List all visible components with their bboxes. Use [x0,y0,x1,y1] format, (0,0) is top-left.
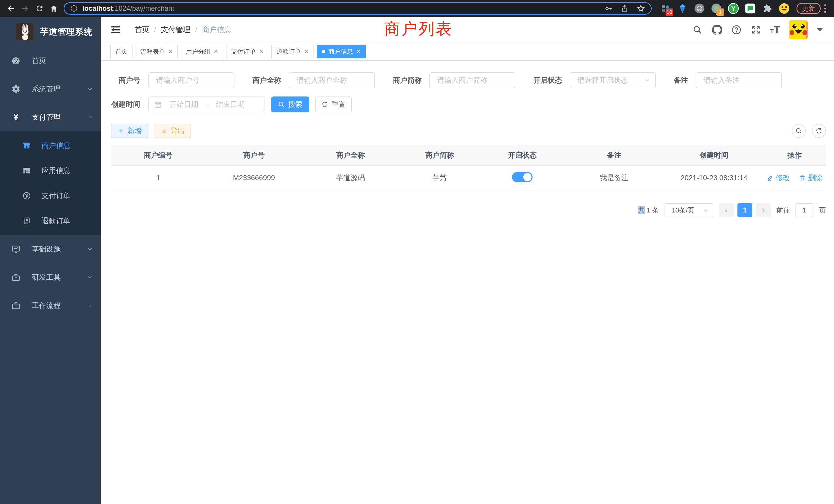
help-icon[interactable] [731,24,742,35]
sidebar-item-system[interactable]: 系统管理 [0,75,101,103]
sidebar-item-pay-orders[interactable]: 支付订单 [0,183,101,208]
cell-create-time: 2021-10-23 08:31:14 [664,174,763,182]
app-logo-row[interactable]: 芋道管理系统 [0,17,101,47]
share-icon[interactable] [621,4,629,13]
tab-user-group[interactable]: 用户分组✕ [181,45,223,58]
status-toggle-on[interactable] [512,172,532,182]
close-icon[interactable]: ✕ [356,48,361,55]
close-icon[interactable]: ✕ [304,48,309,55]
filter-status: 开启状态 [533,72,656,88]
back-icon[interactable] [4,1,18,16]
current-page-button[interactable]: 1 [738,203,752,217]
ext-emoji-icon[interactable] [778,3,790,14]
tab-merchant-info[interactable]: 商户信息✕ [317,45,366,58]
sidebar-item-refund-orders[interactable]: 退款订单 [0,208,101,233]
end-date-input[interactable] [210,100,251,109]
reload-icon[interactable] [32,1,47,16]
delete-link[interactable]: 删除 [799,173,822,183]
sidebar-item-label: 商户信息 [42,141,70,151]
chevron-down-icon [87,86,93,92]
ext-command-icon[interactable]: ⌘ [694,3,705,14]
remark-input[interactable] [696,72,782,88]
extensions-puzzle-icon[interactable] [762,3,773,14]
sidebar-item-payment[interactable]: ¥ 支付管理 [0,103,101,131]
url-bar[interactable]: localhost:1024/pay/merchant [64,2,652,15]
status-select-input[interactable] [570,72,656,88]
avatar-caret-down-icon[interactable] [817,28,823,31]
breadcrumb-payment[interactable]: 支付管理 [161,25,191,35]
gear-icon [11,85,21,94]
page-size-value: 10条/页 [672,206,694,215]
user-avatar[interactable] [789,20,808,39]
close-icon[interactable]: ✕ [213,48,218,55]
home-icon[interactable] [47,1,61,16]
col-header: 商户编号 [111,151,205,160]
full-name-input[interactable] [289,72,375,88]
tags-view-bar: 首页 流程表单✕ 用户分组✕ 支付订单✕ 退款订单✕ 商户信息✕ [101,43,834,61]
sidebar-item-app-info[interactable]: 应用信息 [0,158,101,183]
reset-button-label: 重置 [331,99,346,109]
export-button[interactable]: 导出 [155,124,191,138]
date-range-picker[interactable]: - [148,96,264,112]
close-icon[interactable]: ✕ [259,48,263,55]
page-buttons: 1 [719,203,771,217]
pagination-total-rest: 1 条 [646,206,659,214]
sidebar-item-label: 支付订单 [42,191,70,201]
merchant-no-input[interactable] [148,72,235,88]
fullscreen-icon[interactable] [750,24,761,35]
sidebar-item-merchant-info[interactable]: 商户信息 [0,133,101,158]
extensions-cluster: 10 ⌘ 1 Y [660,3,790,14]
sidebar-item-workflow[interactable]: 工作流程 [0,292,101,320]
short-name-input[interactable] [429,72,515,88]
tab-label: 退款订单 [276,47,301,56]
goto-label: 前往 [776,206,790,215]
refresh-button[interactable] [812,124,826,138]
show-search-button[interactable] [792,124,806,138]
sidebar-fold-icon[interactable] [110,24,121,36]
sidebar-item-label: 工作流程 [32,301,87,311]
search-button[interactable]: 搜索 [271,96,309,112]
ext-gem-icon[interactable] [677,3,688,14]
page-title-annotation: 商户列表 [384,18,453,40]
ext-chat-icon[interactable] [745,3,756,14]
browser-toolbar: localhost:1024/pay/merchant 10 ⌘ [0,0,834,17]
ext-circle-icon[interactable]: 1 [711,3,722,14]
github-icon[interactable] [711,24,722,35]
status-select[interactable] [570,72,656,88]
start-date-input[interactable] [163,100,204,109]
reset-button[interactable]: 重置 [315,96,352,112]
tab-refund-orders[interactable]: 退款订单✕ [271,45,313,58]
password-key-icon[interactable] [604,4,613,13]
bookmark-star-icon[interactable] [637,4,645,13]
tab-pay-orders[interactable]: 支付订单✕ [226,45,268,58]
breadcrumb-home[interactable]: 首页 [135,25,150,35]
search-icon[interactable] [692,24,703,35]
sidebar-item-home[interactable]: 首页 [0,47,101,75]
delete-link-label: 删除 [808,173,822,183]
svg-text:⌘: ⌘ [697,5,703,12]
sidebar: 芋道管理系统 首页 系统管理 ¥ 支付管理 [0,17,101,504]
dashboard-icon [11,56,21,65]
prev-page-button[interactable] [719,203,734,217]
forward-icon[interactable] [18,1,32,16]
goto-page-input[interactable] [795,203,813,217]
edit-link[interactable]: 修改 [767,173,790,183]
browser-update-label: 更新 [802,4,815,13]
ext-y-icon[interactable]: Y [728,3,739,14]
close-icon[interactable]: ✕ [168,48,173,55]
ext-blocks-icon[interactable]: 10 [660,3,671,14]
col-header: 开启状态 [481,151,564,160]
page-size-select[interactable]: 10条/页 [664,203,713,217]
sidebar-item-dev-tools[interactable]: 研发工具 [0,263,101,292]
font-size-icon[interactable]: TT [770,25,780,35]
filter-full-name: 商户全称 [253,72,375,88]
add-button[interactable]: 新增 [111,124,148,138]
browser-update-button[interactable]: 更新 [796,3,821,14]
site-info-icon[interactable] [70,5,78,12]
next-page-button[interactable] [756,203,771,217]
tab-home[interactable]: 首页 [110,45,132,58]
sidebar-item-infrastructure[interactable]: 基础设施 [0,235,101,263]
cell-remark: 我是备注 [564,173,664,183]
tab-process-form[interactable]: 流程表单✕ [136,45,178,58]
browser-menu-icon[interactable] [824,4,826,13]
